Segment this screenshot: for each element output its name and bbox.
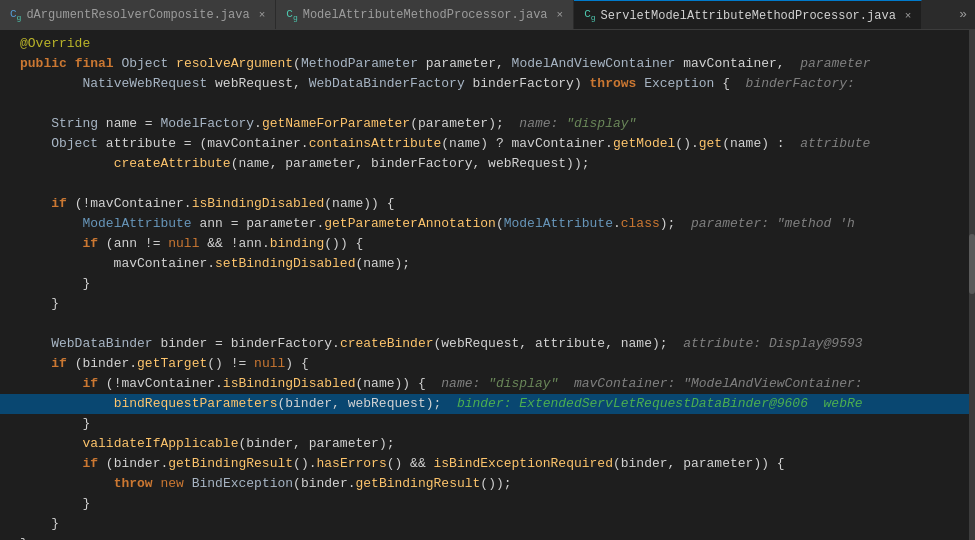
- line-20: }: [0, 414, 975, 434]
- tab-icon-3: Cg: [584, 8, 595, 22]
- line-11: if (ann != null && !ann.binding()) {: [0, 234, 975, 254]
- line-26: }: [0, 534, 975, 540]
- line-24: }: [0, 494, 975, 514]
- line-22: if (binder.getBindingResult().hasErrors(…: [0, 454, 975, 474]
- tab-dArgumentResolverComposite[interactable]: Cg dArgumentResolverComposite.java ×: [0, 0, 276, 30]
- line-5: String name = ModelFactory.getNameForPar…: [0, 114, 975, 134]
- tab-icon-2: Cg: [286, 8, 297, 22]
- line-19: bindRequestParameters(binder, webRequest…: [0, 394, 975, 414]
- line-4: [0, 94, 975, 114]
- line-7: createAttribute(name, parameter, binderF…: [0, 154, 975, 174]
- scrollbar-thumb[interactable]: [969, 234, 975, 294]
- line-8: [0, 174, 975, 194]
- code-area: @Override public final Object resolveArg…: [0, 30, 975, 540]
- line-9: if (!mavContainer.isBindingDisabled(name…: [0, 194, 975, 214]
- line-3: NativeWebRequest webRequest, WebDataBind…: [0, 74, 975, 94]
- tab-close-3[interactable]: ×: [905, 10, 912, 22]
- code-content: @Override public final Object resolveArg…: [0, 30, 975, 540]
- overflow-icon: »: [959, 7, 967, 22]
- tab-label-2: ModelAttributeMethodProcessor.java: [303, 8, 548, 22]
- tab-close-2[interactable]: ×: [557, 9, 564, 21]
- line-10: ModelAttribute ann = parameter.getParame…: [0, 214, 975, 234]
- tab-bar: Cg dArgumentResolverComposite.java × Cg …: [0, 0, 975, 30]
- tab-label-3: ServletModelAttributeMethodProcessor.jav…: [601, 9, 896, 23]
- line-14: }: [0, 294, 975, 314]
- line-12: mavContainer.setBindingDisabled(name);: [0, 254, 975, 274]
- tab-label-1: dArgumentResolverComposite.java: [26, 8, 249, 22]
- line-16: WebDataBinder binder = binderFactory.cre…: [0, 334, 975, 354]
- line-13: }: [0, 274, 975, 294]
- line-25: }: [0, 514, 975, 534]
- line-17: if (binder.getTarget() != null) {: [0, 354, 975, 374]
- line-18: if (!mavContainer.isBindingDisabled(name…: [0, 374, 975, 394]
- line-21: validateIfApplicable(binder, parameter);: [0, 434, 975, 454]
- line-1: @Override: [0, 34, 975, 54]
- tab-ModelAttributeMethodProcessor[interactable]: Cg ModelAttributeMethodProcessor.java ×: [276, 0, 574, 30]
- tab-close-1[interactable]: ×: [259, 9, 266, 21]
- vertical-scrollbar[interactable]: [969, 30, 975, 540]
- tab-ServletModelAttributeMethodProcessor[interactable]: Cg ServletModelAttributeMethodProcessor.…: [574, 0, 922, 30]
- line-6: Object attribute = (mavContainer.contain…: [0, 134, 975, 154]
- line-2: public final Object resolveArgument(Meth…: [0, 54, 975, 74]
- line-23: throw new BindException(binder.getBindin…: [0, 474, 975, 494]
- tab-overflow-button[interactable]: »: [951, 0, 975, 29]
- tab-icon-1: Cg: [10, 8, 21, 22]
- line-15: [0, 314, 975, 334]
